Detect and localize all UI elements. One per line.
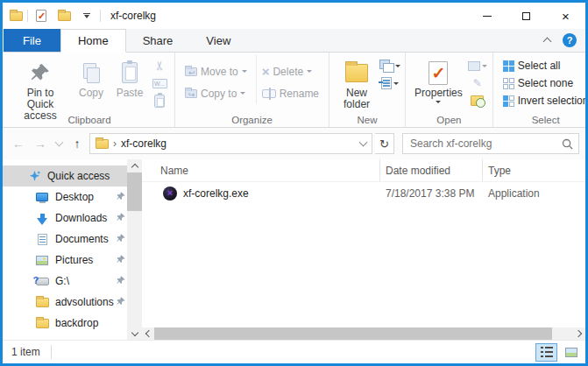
tab-view[interactable]: View — [189, 29, 247, 52]
tab-home[interactable]: Home — [60, 29, 126, 53]
titlebar-separator — [27, 10, 28, 22]
scrollbar-thumb[interactable] — [154, 327, 552, 340]
downloads-icon — [34, 211, 50, 225]
delete-icon: × — [262, 65, 270, 78]
scroll-left-button[interactable] — [142, 327, 154, 340]
open-button[interactable] — [467, 58, 488, 74]
new-folder-icon — [345, 64, 368, 82]
close-button[interactable]: × — [546, 3, 585, 29]
file-date-modified: 7/18/2017 3:38 PM — [380, 187, 483, 200]
sidebar-item-advsolutions[interactable]: advsolutions — [3, 292, 127, 313]
invert-selection-icon — [503, 95, 514, 107]
details-view-button[interactable] — [535, 343, 557, 362]
search-box[interactable] — [402, 133, 579, 154]
properties-icon: ✓ — [429, 61, 448, 85]
rename-button[interactable]: Rename — [257, 82, 324, 104]
select-all-icon — [503, 60, 514, 72]
new-folder-button[interactable]: New folder — [334, 55, 379, 110]
column-header-date-modified[interactable]: Date modified — [380, 159, 483, 181]
sidebar-item-desktop[interactable]: Desktop — [3, 187, 127, 208]
status-divider — [51, 345, 52, 359]
collapse-ribbon-icon[interactable] — [543, 38, 552, 46]
paste-shortcut-button[interactable] — [149, 93, 170, 109]
scroll-up-button[interactable] — [127, 159, 142, 172]
rename-icon — [262, 89, 276, 98]
back-button[interactable]: ← — [9, 133, 28, 154]
new-mini-column — [379, 55, 400, 91]
history-icon — [471, 95, 484, 106]
sidebar-item-g-drive[interactable]: ? G:\ — [3, 271, 127, 292]
help-icon[interactable]: ? — [563, 33, 577, 47]
sidebar-item-label: Downloads — [55, 212, 107, 224]
properties-dropdown-icon — [436, 101, 441, 103]
recent-locations-button[interactable] — [53, 133, 65, 154]
qat-customize-dropdown[interactable] — [78, 7, 96, 25]
navigation-pane: Quick access Desktop Downloads Documents… — [3, 159, 127, 340]
select-none-button[interactable]: Select none — [498, 74, 588, 92]
tab-file[interactable]: File — [4, 29, 60, 52]
column-header-type[interactable]: Type — [483, 159, 585, 181]
tab-share[interactable]: Share — [126, 29, 190, 52]
folder-icon — [34, 298, 50, 307]
invert-selection-button[interactable]: Invert selection — [498, 92, 588, 109]
open-icon — [468, 61, 480, 71]
pin-to-quick-access-button[interactable]: Pin to Quick access — [9, 55, 72, 122]
new-folder-label: New folder — [338, 88, 375, 110]
maximize-button[interactable] — [507, 3, 546, 29]
refresh-button[interactable]: ↻ — [375, 133, 394, 154]
qat-new-folder-button[interactable] — [55, 7, 73, 25]
sidebar-item-backdrop[interactable]: backdrop — [3, 313, 127, 334]
paste-button[interactable]: Paste — [110, 55, 149, 99]
sidebar-scrollbar[interactable] — [127, 159, 142, 340]
up-icon: ↑ — [74, 137, 81, 151]
copy-to-button[interactable]: ↪ Copy to — [180, 82, 252, 104]
easy-access-button[interactable] — [379, 75, 400, 91]
cut-button[interactable]: ✂ — [149, 58, 170, 74]
column-header-name[interactable]: Name — [142, 159, 380, 181]
sidebar-item-quick-access[interactable]: Quick access — [3, 165, 127, 187]
address-bar[interactable]: › xf-corelkg — [89, 133, 372, 154]
sidebar-item-downloads[interactable]: Downloads — [3, 208, 127, 229]
new-item-icon — [379, 60, 393, 72]
rename-label: Rename — [280, 88, 319, 100]
delete-dropdown-icon — [307, 70, 312, 73]
scroll-down-button[interactable] — [127, 327, 142, 340]
new-item-button[interactable] — [379, 58, 400, 74]
chevron-left-icon — [145, 330, 152, 337]
customize-dropdown-icon — [83, 13, 90, 19]
move-to-label: Move to — [201, 66, 238, 78]
file-name: xf-corelkg.exe — [183, 187, 249, 200]
new-item-dropdown-icon — [395, 65, 400, 67]
select-group-label: Select — [493, 115, 588, 125]
edit-button[interactable]: ✎ — [467, 75, 488, 91]
properties-button[interactable]: ✓ Properties — [410, 55, 467, 103]
breadcrumb[interactable]: xf-corelkg — [121, 137, 166, 150]
copy-path-button[interactable]: W... — [149, 75, 170, 91]
file-row[interactable]: × xf-corelkg.exe 7/18/2017 3:38 PM Appli… — [142, 182, 585, 204]
easy-access-icon — [381, 77, 392, 89]
main-area: Quick access Desktop Downloads Documents… — [3, 159, 585, 340]
select-all-button[interactable]: Select all — [498, 57, 588, 74]
ribbon-group-clipboard: Pin to Quick access Copy Paste ✂ W... Cl… — [4, 53, 175, 127]
minimize-button[interactable] — [467, 3, 507, 29]
breadcrumb-folder-icon — [96, 139, 109, 149]
up-button[interactable]: ↑ — [67, 133, 87, 154]
organize-group-label: Organize — [175, 115, 329, 125]
copy-button[interactable]: Copy — [72, 55, 110, 99]
qat-properties-button[interactable]: ✓ — [32, 7, 50, 25]
history-button[interactable] — [467, 93, 488, 109]
scrollbar-thumb[interactable] — [127, 172, 142, 211]
sidebar-item-pictures[interactable]: Pictures — [3, 250, 127, 271]
scroll-right-button[interactable] — [573, 327, 585, 340]
search-input[interactable] — [408, 137, 562, 151]
chevron-down-icon — [131, 328, 138, 335]
cut-icon: ✂ — [153, 60, 166, 71]
address-dropdown-icon[interactable] — [359, 138, 368, 147]
delete-button[interactable]: × Delete — [257, 60, 324, 82]
move-to-button[interactable]: ↩ Move to — [180, 60, 252, 82]
sidebar-item-documents[interactable]: Documents — [3, 229, 127, 250]
properties-label: Properties — [414, 88, 463, 99]
large-icons-view-button[interactable] — [560, 343, 582, 362]
horizontal-scrollbar[interactable] — [142, 327, 585, 340]
forward-button[interactable]: → — [31, 133, 50, 154]
